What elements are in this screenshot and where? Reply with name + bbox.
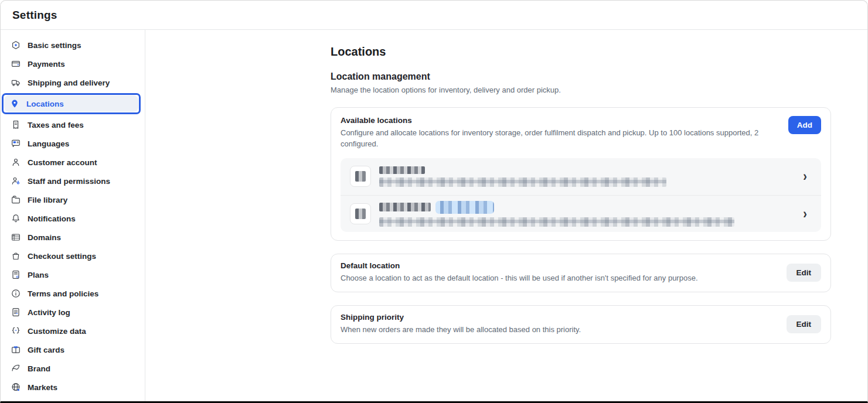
sidebar-item-customer-account[interactable]: Customer account <box>5 154 140 170</box>
sidebar-item-notifications[interactable]: Notifications <box>5 210 140 227</box>
sidebar-item-brand[interactable]: Brand <box>5 360 140 377</box>
languages-icon <box>11 139 21 148</box>
sidebar-item-plans[interactable]: Plans <box>5 267 140 283</box>
location-row[interactable]: › <box>341 158 821 195</box>
settings-sidebar: Basic settings Payments Shipping and del… <box>1 30 145 402</box>
sidebar-item-label: Staff and permissions <box>28 177 110 186</box>
add-location-button[interactable]: Add <box>788 116 821 134</box>
taxes-fees-icon <box>11 120 21 129</box>
app-header: Settings <box>1 1 867 30</box>
available-locations-title: Available locations <box>341 116 787 125</box>
sidebar-item-label: Notifications <box>28 214 76 223</box>
sidebar-item-label: Customer account <box>28 158 97 167</box>
sidebar-item-gift-cards[interactable]: Gift cards <box>5 341 140 358</box>
sidebar-item-label: Shipping and delivery <box>28 78 110 87</box>
sidebar-item-label: Terms and policies <box>28 289 98 298</box>
brand-icon <box>11 364 21 373</box>
sidebar-item-label: Taxes and fees <box>28 121 84 129</box>
default-badge-redacted <box>435 201 494 214</box>
location-name-redacted <box>379 166 425 174</box>
sidebar-item-label: Plans <box>28 271 49 279</box>
sidebar-item-languages[interactable]: Languages <box>5 135 140 152</box>
sidebar-item-label: Customize data <box>28 327 86 336</box>
domains-icon <box>11 233 21 242</box>
sidebar-item-shipping-delivery[interactable]: Shipping and delivery <box>5 74 140 91</box>
chevron-right-icon: › <box>803 207 807 220</box>
sidebar-item-label: Activity log <box>28 308 70 317</box>
sidebar-item-label: Brand <box>28 364 50 373</box>
sidebar-item-staff-permissions[interactable]: Staff and permissions <box>5 173 140 189</box>
page-title: Settings <box>12 9 57 22</box>
shipping-priority-card: Shipping priority When new orders are ma… <box>331 305 831 344</box>
shipping-delivery-icon <box>11 78 21 87</box>
sidebar-item-domains[interactable]: Domains <box>5 229 140 245</box>
available-locations-description: Configure and allocate locations for inv… <box>341 128 787 150</box>
main-content: Locations Location management Manage the… <box>145 30 867 402</box>
chevron-right-icon: › <box>803 170 807 183</box>
sidebar-item-payments[interactable]: Payments <box>5 56 140 72</box>
locations-list: › › <box>341 158 821 232</box>
locations-icon <box>10 99 19 108</box>
markets-icon <box>11 382 21 392</box>
locations-heading: Locations <box>331 45 832 59</box>
basic-settings-icon <box>11 40 21 50</box>
plans-icon <box>11 270 21 279</box>
activity-log-icon <box>11 308 21 317</box>
sidebar-item-checkout-settings[interactable]: Checkout settings <box>5 248 140 264</box>
edit-default-location-button[interactable]: Edit <box>787 264 822 282</box>
location-icon <box>350 203 371 224</box>
location-name-redacted <box>379 203 431 211</box>
sidebar-item-label: Languages <box>28 139 69 148</box>
customize-data-icon <box>11 326 21 336</box>
sidebar-item-markets[interactable]: Markets <box>5 379 140 395</box>
sidebar-item-label: Payments <box>28 60 65 69</box>
selected-item-highlight: Locations <box>2 93 141 114</box>
sidebar-item-label: Basic settings <box>28 41 81 50</box>
default-location-description: Choose a location to act as the default … <box>341 273 777 284</box>
file-library-icon <box>11 195 21 204</box>
shipping-priority-description: When new orders are made they will be al… <box>341 325 777 336</box>
settings-window: Settings Basic settings Payments Shippin… <box>0 0 868 403</box>
sidebar-item-label: Checkout settings <box>28 252 96 261</box>
sidebar-item-terms-policies[interactable]: Terms and policies <box>5 285 140 302</box>
customer-account-icon <box>11 158 21 167</box>
sidebar-item-label: Locations <box>26 100 64 108</box>
sidebar-item-locations[interactable]: Locations <box>4 95 138 112</box>
gift-cards-icon <box>11 345 21 354</box>
location-management-title: Location management <box>331 71 832 82</box>
location-address-redacted <box>379 217 734 227</box>
sidebar-item-activity-log[interactable]: Activity log <box>5 304 140 320</box>
staff-permissions-icon <box>11 176 21 186</box>
sidebar-item-file-library[interactable]: File library <box>5 192 140 208</box>
checkout-settings-icon <box>11 251 21 261</box>
location-row[interactable]: › <box>341 195 821 232</box>
edit-shipping-priority-button[interactable]: Edit <box>787 315 822 333</box>
sidebar-item-customize-data[interactable]: Customize data <box>5 323 140 339</box>
sidebar-item-label: Gift cards <box>28 346 64 354</box>
shipping-priority-title: Shipping priority <box>341 313 777 322</box>
sidebar-item-taxes-fees[interactable]: Taxes and fees <box>5 117 140 133</box>
sidebar-item-label: Markets <box>28 383 57 392</box>
sidebar-item-label: File library <box>28 196 67 204</box>
location-address-redacted <box>379 177 666 187</box>
terms-policies-icon <box>11 289 21 298</box>
sidebar-item-basic-settings[interactable]: Basic settings <box>5 37 140 53</box>
available-locations-card: Available locations Configure and alloca… <box>331 107 831 241</box>
location-management-description: Manage the location options for inventor… <box>331 86 832 94</box>
notifications-icon <box>11 214 21 223</box>
default-location-title: Default location <box>341 261 777 270</box>
location-icon <box>350 166 371 187</box>
default-location-card: Default location Choose a location to ac… <box>331 254 831 292</box>
sidebar-item-label: Domains <box>28 233 61 242</box>
payments-icon <box>11 59 21 69</box>
